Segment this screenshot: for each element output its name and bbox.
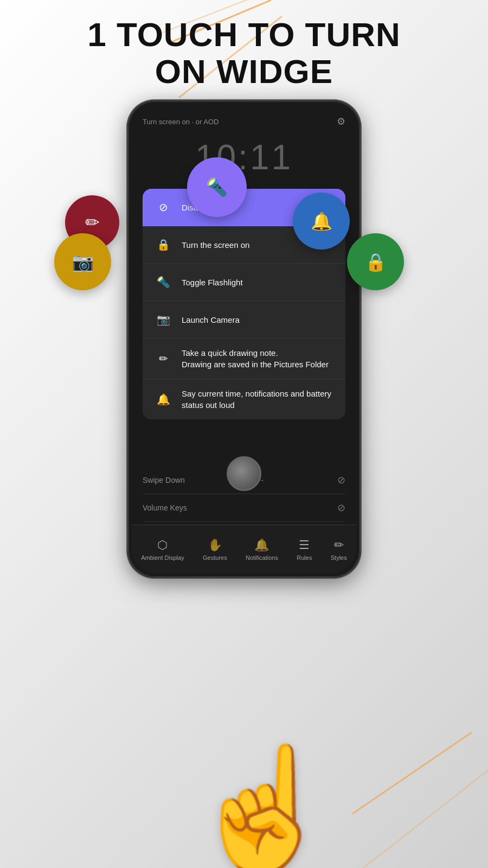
turn-screen-label: Turn the screen on xyxy=(182,239,249,251)
bell-circle-icon: 🔔 xyxy=(311,211,332,232)
nav-item-ambient[interactable]: ⬡ Ambient Display xyxy=(141,538,184,561)
title-line2: ON WIDGE xyxy=(0,53,488,90)
nav-item-gestures[interactable]: ✋ Gestures xyxy=(203,538,227,561)
voice-label: Say current time, notifications and batt… xyxy=(182,388,335,411)
notifications-label: Notifications xyxy=(246,554,278,561)
gestures-icon: ✋ xyxy=(208,538,222,552)
drawing-icon: ✏ xyxy=(153,349,173,368)
styles-label: Styles xyxy=(331,554,347,561)
page-title: 1 TOUCH TO TURN ON WIDGE xyxy=(0,16,488,90)
swipe-down-label: Swipe Down xyxy=(143,476,185,484)
nav-item-styles[interactable]: ✏ Styles xyxy=(331,538,347,561)
camera-label: Launch Camera xyxy=(182,314,240,326)
volume-keys-icon: ⊘ xyxy=(337,502,345,514)
launch-camera-icon: 📷 xyxy=(153,310,173,329)
menu-item-camera[interactable]: 📷 Launch Camera xyxy=(143,301,345,339)
ambient-label: Ambient Display xyxy=(141,554,184,561)
bottom-nav: ⬡ Ambient Display ✋ Gestures 🔔 Notificat… xyxy=(132,525,356,573)
lock-circle-icon: 🔒 xyxy=(365,252,387,272)
notifications-icon: 🔔 xyxy=(254,538,269,552)
gestures-label: Gestures xyxy=(203,554,227,561)
phone-time: 10:11 xyxy=(132,137,356,177)
phone-topbar: Turn screen on · or AOD ⚙ xyxy=(143,116,345,127)
bell-circle[interactable]: 🔔 xyxy=(293,193,350,250)
topbar-text: Turn screen on · or AOD xyxy=(143,118,219,126)
volume-keys-label: Volume Keys xyxy=(143,503,187,512)
volume-keys-row[interactable]: Volume Keys ⊘ xyxy=(143,494,345,522)
menu-item-flashlight[interactable]: 🔦 Toggle Flashlight xyxy=(143,264,345,301)
flashlight-label: Toggle Flashlight xyxy=(182,277,243,288)
swipe-down-arrow: → xyxy=(185,476,337,484)
menu-item-drawing[interactable]: ✏ Take a quick drawing note.Drawing are … xyxy=(143,339,345,379)
volume-circle[interactable] xyxy=(227,456,261,491)
menu-item-voice[interactable]: 🔔 Say current time, notifications and ba… xyxy=(143,379,345,419)
flashlight-icon: 🔦 xyxy=(153,272,173,292)
draw-circle-icon: ✏ xyxy=(85,212,100,233)
gear-icon[interactable]: ⚙ xyxy=(337,116,345,127)
hand-pointer: ☝ xyxy=(189,749,338,868)
disabled-icon: ⊘ xyxy=(153,197,173,217)
rules-label: Rules xyxy=(297,554,312,561)
swipe-down-icon: ⊘ xyxy=(337,474,345,486)
flashlight-circle[interactable]: 🔦 xyxy=(187,157,247,217)
voice-icon: 🔔 xyxy=(153,390,173,409)
lock-circle[interactable]: 🔒 xyxy=(347,233,404,290)
styles-icon: ✏ xyxy=(334,538,344,552)
drawing-label: Take a quick drawing note.Drawing are sa… xyxy=(182,347,329,370)
turn-screen-icon: 🔒 xyxy=(153,235,173,254)
nav-item-notifications[interactable]: 🔔 Notifications xyxy=(246,538,278,561)
camera-circle-icon: 📷 xyxy=(72,252,94,272)
flashlight-circle-icon: 🔦 xyxy=(206,177,228,197)
title-line1: 1 TOUCH TO TURN xyxy=(0,16,488,53)
camera-circle[interactable]: 📷 xyxy=(54,233,111,290)
phone-device: Turn screen on · or AOD ⚙ 10:11 ⊘ Disabl… xyxy=(127,100,361,578)
ambient-icon: ⬡ xyxy=(157,538,168,552)
rules-icon: ☰ xyxy=(299,538,310,552)
nav-item-rules[interactable]: ☰ Rules xyxy=(297,538,312,561)
